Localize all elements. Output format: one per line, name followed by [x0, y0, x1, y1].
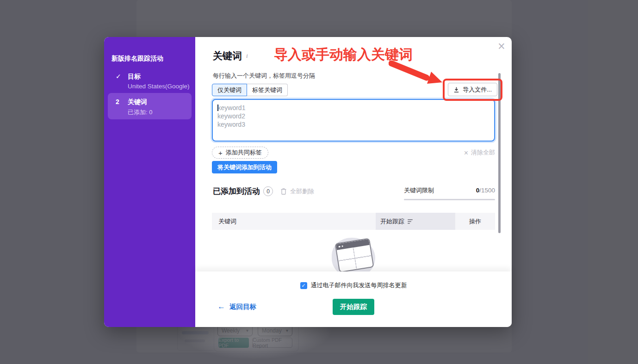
keyword-limit-total: /1500 — [479, 187, 495, 194]
clear-icon: × — [464, 150, 468, 156]
keyword-limit-progressbar — [404, 199, 495, 200]
added-section-title: 已添加到活动 — [213, 186, 260, 197]
keyword-limit-widget: 关键词限制 0/1500 — [404, 186, 495, 200]
import-file-button[interactable]: 导入文件... — [448, 83, 497, 96]
placeholder-line: keyword3 — [217, 121, 245, 128]
keywords-table-header: 关键词 开始跟踪 操作 — [212, 213, 495, 230]
arrow-left-icon: ← — [217, 302, 225, 311]
sidebar-step-keywords-count: 已添加: 0 — [128, 108, 152, 117]
tab-tagged-keywords[interactable]: 标签关键词 — [247, 84, 288, 96]
screen: Weekly ▾ Monday ▾ Export to PDF Custom P… — [0, 0, 638, 364]
clear-all-label: 清除全部 — [471, 148, 495, 157]
wizard-title: 新版排名跟踪活动 — [111, 55, 163, 63]
empty-state — [212, 233, 495, 278]
add-common-tag-label: 添加共同标签 — [226, 148, 262, 157]
column-start-tracking-label: 开始跟踪 — [380, 217, 404, 226]
sidebar-step-target-value: United States(Google) — [128, 83, 190, 90]
wizard-sidebar: 新版排名跟踪活动 ✓ 目标 United States(Google) 2 关键… — [104, 37, 195, 327]
email-updates-label: 通过电子邮件向我发送每周排名更新 — [311, 281, 407, 290]
sidebar-step-keywords[interactable]: 2 关键词 已添加: 0 — [108, 93, 192, 119]
check-icon: ✓ — [116, 73, 121, 80]
import-file-label: 导入文件... — [463, 86, 492, 94]
add-common-tag-button[interactable]: + 添加共同标签 — [212, 147, 268, 159]
plus-icon: + — [218, 150, 223, 156]
placeholder-line: keyword2 — [217, 112, 245, 120]
trash-icon[interactable] — [280, 188, 287, 195]
window-grid — [337, 245, 373, 272]
sidebar-step-keywords-label: 关键词 — [128, 98, 147, 106]
clear-all-button[interactable]: × 清除全部 — [464, 148, 495, 157]
rank-tracking-wizard-modal: 新版排名跟踪活动 ✓ 目标 United States(Google) 2 关键… — [104, 37, 512, 327]
email-updates-checkbox[interactable]: ✓ — [300, 282, 307, 289]
added-count-badge: 0 — [263, 186, 273, 196]
keyword-limit-label: 关键词限制 — [404, 186, 434, 195]
placeholder-line: keyword1 — [218, 104, 246, 111]
instruction-text: 每行输入一个关键词，标签用逗号分隔 — [213, 72, 315, 80]
modal-footer: ✓ 通过电子邮件向我发送每周排名更新 ← 返回目标 开始跟踪 — [195, 271, 512, 327]
back-to-target-label: 返回目标 — [229, 302, 256, 311]
back-to-target-link[interactable]: ← 返回目标 — [217, 302, 256, 311]
scrollbar-thumb[interactable] — [498, 73, 501, 233]
sidebar-step-target[interactable]: 目标 — [128, 73, 141, 81]
page-title: 关键词 — [213, 49, 242, 62]
column-start-tracking[interactable]: 开始跟踪 — [376, 213, 455, 230]
add-keywords-to-campaign-button[interactable]: 将关键词添加到活动 — [212, 161, 277, 173]
download-icon — [453, 86, 459, 93]
start-tracking-button[interactable]: 开始跟踪 — [333, 299, 374, 315]
empty-state-window-illustration — [334, 238, 374, 272]
annotation-arrow-icon — [389, 60, 445, 88]
keyword-input-tabs: 仅关键词 标签关键词 — [212, 84, 288, 96]
info-icon[interactable]: i — [246, 52, 248, 60]
keywords-textarea[interactable]: keyword1 keyword2 keyword3 — [212, 99, 495, 142]
column-action: 操作 — [455, 213, 495, 230]
close-icon[interactable]: × — [494, 39, 509, 54]
tab-keywords-only[interactable]: 仅关键词 — [212, 84, 247, 96]
column-keyword: 关键词 — [212, 213, 376, 230]
step-number: 2 — [116, 98, 119, 105]
sort-icon — [408, 219, 413, 224]
wizard-content: × 关键词 i 导入或手动输入关键词 每行输入一个关键词，标签用逗号分隔 仅关键… — [195, 37, 512, 327]
delete-all-button[interactable]: 全部删除 — [290, 187, 314, 196]
